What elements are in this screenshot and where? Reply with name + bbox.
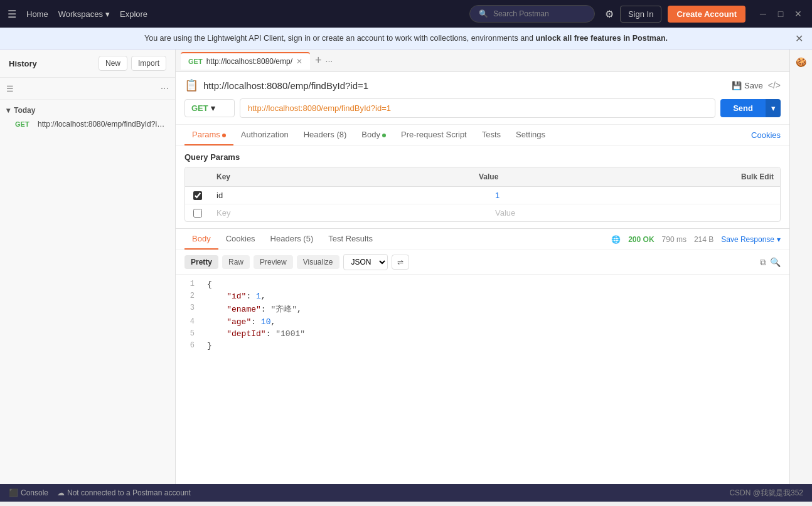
- import-button[interactable]: Import: [131, 56, 166, 71]
- sidebar-content: ▾ Today GET http://localhost:8080/emp/fi…: [0, 100, 175, 484]
- save-response-arrow-icon: ▾: [777, 235, 781, 244]
- json-format-select[interactable]: JSON: [343, 254, 388, 270]
- search-bar[interactable]: 🔍 Search Postman: [469, 5, 595, 23]
- titlebar-left: ☰ Home Workspaces ▾ Explore: [8, 8, 459, 20]
- tab-method: GET: [188, 58, 203, 65]
- json-line-5: 5 "deptId": "1001": [176, 328, 789, 340]
- titlebar: ☰ Home Workspaces ▾ Explore 🔍 Search Pos…: [0, 0, 812, 28]
- json-line-6: 6 }: [176, 340, 789, 352]
- tab-add-button[interactable]: +: [311, 54, 326, 67]
- format-pretty-button[interactable]: Pretty: [184, 255, 218, 269]
- params-table: Key Value Bulk Edit id 1: [184, 167, 781, 222]
- search-response-button[interactable]: 🔍: [770, 257, 781, 268]
- request-tab-active[interactable]: GET http://localhost:8080/emp/ ✕: [181, 52, 310, 70]
- cloud-icon: ☁: [57, 488, 65, 497]
- explore-link[interactable]: Explore: [120, 9, 147, 19]
- resp-tab-test-results[interactable]: Test Results: [321, 229, 380, 250]
- sidebar-header: History New Import: [0, 50, 175, 78]
- save-button[interactable]: 💾 Save: [732, 80, 763, 90]
- today-chevron-icon: ▾: [6, 106, 10, 115]
- copy-response-button[interactable]: ⧉: [760, 257, 766, 268]
- tab-params[interactable]: Params: [184, 125, 233, 145]
- wrap-button[interactable]: ⇌: [392, 255, 409, 270]
- send-button[interactable]: Send: [720, 99, 766, 117]
- format-visualize-button[interactable]: Visualize: [297, 255, 339, 269]
- response-format-bar: Pretty Raw Preview Visualize JSON ⇌ ⧉ 🔍: [176, 250, 789, 275]
- body-dot: [382, 134, 386, 137]
- row2-check[interactable]: [185, 205, 210, 221]
- title-actions: 💾 Save </>: [732, 80, 781, 90]
- tab-settings[interactable]: Settings: [508, 125, 553, 145]
- format-raw-button[interactable]: Raw: [222, 255, 250, 269]
- row2-value[interactable]: Value: [489, 204, 767, 221]
- send-btn-container: Send ▾: [720, 99, 781, 117]
- tab-pre-request-script[interactable]: Pre-request Script: [393, 125, 474, 145]
- cookies-link[interactable]: Cookies: [751, 130, 781, 140]
- tab-close-icon[interactable]: ✕: [296, 57, 302, 66]
- save-response-button[interactable]: Save Response ▾: [721, 235, 781, 244]
- params-row-1: id 1: [185, 187, 780, 204]
- format-preview-button[interactable]: Preview: [254, 255, 293, 269]
- banner-close-button[interactable]: ✕: [795, 33, 803, 45]
- console-icon: ⬛: [9, 488, 18, 497]
- today-section-header[interactable]: ▾ Today: [0, 103, 175, 117]
- save-response-label: Save Response: [721, 235, 774, 244]
- method-select[interactable]: GET ▾: [184, 99, 235, 117]
- response-tab-bar: Body Cookies Headers (5) Test Results 🌐 …: [176, 229, 789, 250]
- settings-icon[interactable]: ⚙: [605, 8, 614, 20]
- url-bar-section: 📋 http://localhost:8080/emp/findById?id=…: [176, 72, 789, 125]
- home-link[interactable]: Home: [26, 9, 48, 19]
- workspaces-button[interactable]: Workspaces ▾: [58, 9, 110, 19]
- history-item[interactable]: GET http://localhost:8080/emp/findById?i…: [0, 117, 175, 131]
- tab-authorization[interactable]: Authorization: [233, 125, 296, 145]
- tab-body[interactable]: Body: [354, 125, 393, 145]
- json-line-3: 3 "ename": "齐峰",: [176, 302, 789, 316]
- request-url-title: http://localhost:8080/emp/findById?id=1: [203, 80, 727, 91]
- history-url: http://localhost:8080/emp/findById?id=1: [38, 120, 166, 129]
- resp-tab-headers[interactable]: Headers (5): [263, 229, 321, 250]
- sidebar-more-icon[interactable]: ···: [161, 83, 169, 94]
- response-time: 790 ms: [662, 235, 686, 244]
- line-num-3: 3: [176, 302, 201, 314]
- line-num-4: 4: [176, 316, 201, 327]
- params-section: Query Params Key Value Bulk Edit id 1: [176, 146, 789, 228]
- create-account-button[interactable]: Create Account: [668, 6, 745, 23]
- tab-bar: GET http://localhost:8080/emp/ ✕ + ···: [176, 50, 789, 72]
- row2-key[interactable]: Key: [210, 204, 489, 221]
- json-line-4: 4 "age": 10,: [176, 316, 789, 328]
- row1-checkbox[interactable]: [193, 191, 202, 200]
- resp-tab-body[interactable]: Body: [184, 229, 218, 250]
- console-button[interactable]: ⬛ Console: [9, 488, 48, 497]
- row1-check[interactable]: [185, 187, 210, 204]
- method-chevron-icon: ▾: [211, 103, 215, 113]
- url-input[interactable]: [240, 98, 715, 118]
- line-content-5: "deptId": "1001": [201, 328, 311, 340]
- menu-icon[interactable]: ☰: [8, 8, 16, 20]
- query-params-title: Query Params: [184, 152, 781, 162]
- close-button[interactable]: ✕: [792, 9, 804, 19]
- filter-input[interactable]: [18, 84, 157, 93]
- code-button[interactable]: </>: [768, 80, 781, 90]
- window-controls: ─ □ ✕: [757, 9, 804, 19]
- titlebar-right: ⚙ Sign In Create Account ─ □ ✕: [605, 6, 804, 23]
- workspaces-chevron-icon: ▾: [105, 9, 110, 19]
- maximize-button[interactable]: □: [774, 9, 787, 19]
- resp-tab-cookies[interactable]: Cookies: [218, 229, 263, 250]
- sign-in-button[interactable]: Sign In: [620, 6, 661, 23]
- tab-url: http://localhost:8080/emp/: [206, 57, 292, 66]
- not-connected-status[interactable]: ☁ Not connected to a Postman account: [57, 488, 191, 497]
- row1-key: id: [210, 187, 489, 204]
- minimize-button[interactable]: ─: [757, 9, 769, 19]
- line-content-3: "ename": "齐峰",: [201, 302, 308, 316]
- row2-checkbox[interactable]: [193, 209, 202, 218]
- row1-bulk: [767, 192, 780, 199]
- line-content-2: "id": 1,: [201, 290, 272, 302]
- tab-tests[interactable]: Tests: [474, 125, 508, 145]
- new-button[interactable]: New: [99, 56, 127, 71]
- send-arrow-button[interactable]: ▾: [766, 99, 781, 117]
- tab-headers[interactable]: Headers (8): [296, 125, 355, 145]
- panel-cookies-icon[interactable]: 🍪: [793, 55, 809, 70]
- filter-icon: ☰: [6, 84, 14, 93]
- tab-more-button[interactable]: ···: [326, 56, 333, 66]
- history-method-badge: GET: [15, 120, 34, 128]
